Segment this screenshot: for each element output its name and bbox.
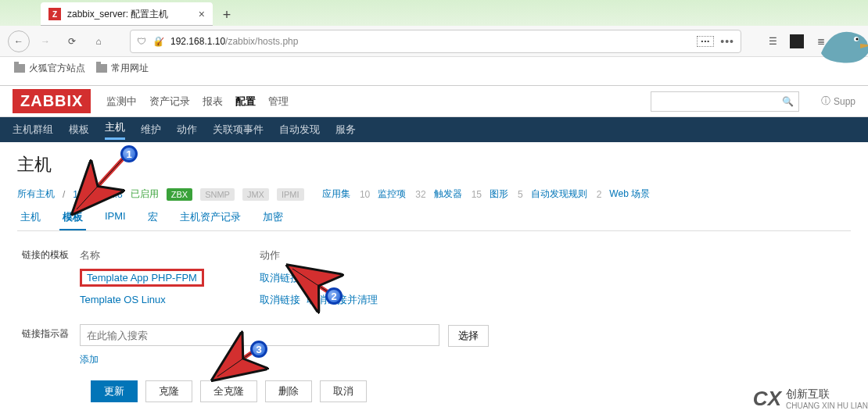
add-link[interactable]: 添加 (80, 353, 99, 366)
nav-admin[interactable]: 管理 (268, 95, 289, 109)
tab-encryption[interactable]: 加密 (260, 205, 286, 230)
subnav-maintenance[interactable]: 维护 (141, 123, 161, 137)
home-button[interactable]: ⌂ (88, 30, 109, 52)
zabbix-favicon: Z (48, 8, 61, 20)
tab-bar: Z zabbix_server: 配置主机 × + (0, 0, 868, 26)
browser-tab[interactable]: Z zabbix_server: 配置主机 × (41, 2, 213, 26)
col-name: 名称 (80, 245, 260, 266)
select-button[interactable]: 选择 (448, 325, 489, 347)
subnav-hostgroups[interactable]: 主机群组 (13, 123, 53, 137)
crumb-triggers[interactable]: 触发器 (434, 187, 462, 201)
address-bar: ← → ⟳ ⌂ 🛡 🔒̸ 192.168.1.10/zabbix/hosts.p… (0, 26, 868, 57)
browser-chrome: Z zabbix_server: 配置主机 × + ← → ⟳ ⌂ 🛡 🔒̸ 1… (0, 0, 868, 86)
delete-button[interactable]: 删除 (265, 380, 312, 402)
primary-nav: 监测中 资产记录 报表 配置 管理 (106, 95, 289, 109)
bookmark-item[interactable]: 火狐官方站点 (14, 62, 85, 75)
tab-host[interactable]: 主机 (17, 205, 44, 230)
crumb-host[interactable]: 192.168.1.8 (73, 189, 122, 200)
status-enabled: 已启用 (131, 187, 159, 201)
chip-zbx: ZBX (167, 188, 192, 201)
annotation-bubble-2: 2 (325, 287, 343, 305)
tab-inventory[interactable]: 主机资产记录 (177, 205, 244, 230)
subnav-discovery[interactable]: 自动发现 (279, 123, 320, 137)
crumb-web[interactable]: Web 场景 (609, 187, 650, 201)
page-title: 主机 (17, 153, 851, 177)
template-oslinux-link[interactable]: Template OS Linux (80, 294, 166, 305)
folder-icon (96, 64, 107, 73)
subnav-templates[interactable]: 模板 (69, 123, 89, 137)
crumb-applications[interactable]: 应用集 (322, 187, 350, 201)
back-button[interactable]: ← (8, 30, 30, 52)
full-clone-button[interactable]: 全克隆 (200, 380, 257, 402)
crumb-discovery[interactable]: 自动发现规则 (531, 187, 587, 201)
shield-icon: 🛡 (137, 36, 146, 47)
bird-decoration (817, 22, 868, 69)
tab-title: zabbix_server: 配置主机 (67, 8, 192, 21)
nav-reports[interactable]: 报表 (203, 95, 223, 109)
folder-icon (14, 64, 25, 73)
url-text: 192.168.1.10/zabbix/hosts.php (170, 36, 298, 47)
reader-icon[interactable]: ••• (697, 36, 714, 47)
unlink-link[interactable]: 取消链接 (260, 294, 300, 305)
close-icon[interactable]: × (199, 8, 205, 20)
label-linked-templates: 链接的模板 (17, 245, 80, 262)
tab-templates[interactable]: 模板 (59, 205, 86, 230)
forward-button[interactable]: → (34, 30, 56, 52)
library-icon[interactable]: ☰ (762, 30, 784, 52)
unlink-link[interactable]: 取消链接 (260, 272, 300, 284)
bookmark-item[interactable]: 常用网址 (96, 62, 149, 75)
new-tab-button[interactable]: + (216, 4, 238, 26)
subnav-correlation[interactable]: 关联项事件 (213, 123, 264, 137)
extension-icon[interactable] (790, 34, 804, 48)
secondary-nav: 主机群组 模板 主机 维护 动作 关联项事件 自动发现 服务 (0, 117, 868, 142)
cancel-button[interactable]: 取消 (320, 380, 367, 402)
zabbix-body: 主机 所有主机 / 192.168.1.8 已启用 ZBX SNMP JMX I… (0, 142, 868, 413)
clone-button[interactable]: 克隆 (145, 380, 192, 402)
annotation-bubble-1: 1 (120, 145, 138, 162)
templates-form: 链接的模板 名称 动作 Template App PHP-FPM 取消链接 Te… (17, 245, 851, 402)
insecure-icon: 🔒̸ (152, 36, 164, 47)
table-row: Template App PHP-FPM 取消链接 (80, 266, 439, 290)
watermark: CX 创新互联CHUANG XIN HU LIAN (753, 387, 868, 411)
subnav-services[interactable]: 服务 (335, 123, 356, 137)
template-phpfpm-link[interactable]: Template App PHP-FPM (80, 269, 204, 287)
support-link[interactable]: ⓘ Supp (821, 95, 855, 108)
col-action: 动作 (260, 245, 439, 266)
page-actions-icon[interactable]: ••• (720, 35, 734, 48)
nav-configuration[interactable]: 配置 (235, 95, 256, 109)
tab-ipmi[interactable]: IPMI (102, 205, 129, 230)
host-crumbs: 所有主机 / 192.168.1.8 已启用 ZBX SNMP JMX IPMI… (17, 187, 851, 201)
reload-button[interactable]: ⟳ (61, 30, 83, 52)
chip-jmx: JMX (242, 188, 269, 201)
crumb-items[interactable]: 监控项 (378, 187, 406, 201)
subnav-actions[interactable]: 动作 (177, 123, 197, 137)
zabbix-app: ZABBIX 监测中 资产记录 报表 配置 管理 🔍 ⓘ Supp 主机群组 模… (0, 86, 868, 413)
nav-inventory[interactable]: 资产记录 (149, 95, 190, 109)
table-row: Template OS Linux 取消链接取消链接并清理 (80, 290, 439, 310)
form-actions: 更新 克隆 全克隆 删除 取消 (91, 380, 851, 402)
host-tabs: 主机 模板 IPMI 宏 主机资产记录 加密 (17, 205, 851, 231)
update-button[interactable]: 更新 (91, 380, 138, 402)
linked-templates-table: 名称 动作 Template App PHP-FPM 取消链接 Template… (80, 245, 439, 310)
nav-monitoring[interactable]: 监测中 (106, 95, 137, 109)
annotation-bubble-3: 3 (250, 341, 267, 358)
svg-point-1 (856, 38, 859, 41)
bookmarks-bar: 火狐官方站点 常用网址 (0, 57, 868, 79)
search-input[interactable]: 🔍 (651, 91, 799, 112)
zabbix-topbar: ZABBIX 监测中 资产记录 报表 配置 管理 🔍 ⓘ Supp (0, 86, 868, 117)
crumb-allhosts[interactable]: 所有主机 (17, 187, 55, 201)
label-link-indicator: 链接指示器 (17, 324, 80, 341)
crumb-graphs[interactable]: 图形 (490, 187, 508, 201)
subnav-hosts[interactable]: 主机 (105, 120, 125, 140)
chip-ipmi: IPMI (277, 188, 304, 201)
zabbix-logo[interactable]: ZABBIX (13, 89, 91, 113)
tab-macros[interactable]: 宏 (145, 205, 161, 230)
chip-snmp: SNMP (200, 188, 235, 201)
url-bar[interactable]: 🛡 🔒̸ 192.168.1.10/zabbix/hosts.php ••• •… (130, 30, 741, 53)
